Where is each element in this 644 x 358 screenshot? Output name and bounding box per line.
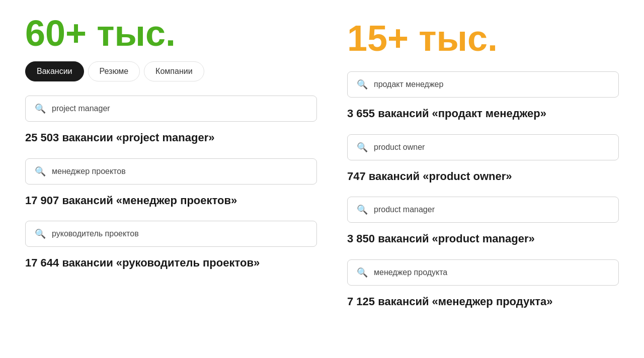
left-result-text-2: 17 907 вакансий «менеджер проектов»: [25, 194, 317, 208]
left-search-text-2: менеджер проектов: [52, 167, 126, 176]
right-search-row-2: 🔍 product owner 747 вакансий «product ow…: [347, 134, 619, 195]
right-panel: 15+ тыс. 🔍 продакт менеджер 3 655 ваканс…: [347, 15, 619, 343]
right-big-number: 15+ тыс.: [347, 20, 619, 56]
right-search-row-1: 🔍 продакт менеджер 3 655 вакансий «прода…: [347, 71, 619, 132]
search-icon-1: 🔍: [35, 103, 46, 114]
right-result-text-3: 3 850 вакансий «product manager»: [347, 232, 619, 246]
search-icon-r1: 🔍: [357, 79, 368, 90]
main-container: 60+ тыс. Вакансии Резюме Компании 🔍 proj…: [0, 0, 644, 358]
right-search-row-3: 🔍 product manager 3 850 вакансий «produc…: [347, 197, 619, 257]
right-search-text-3: product manager: [374, 205, 435, 214]
search-icon-3: 🔍: [35, 228, 46, 239]
search-icon-2: 🔍: [35, 166, 46, 177]
search-icon-r2: 🔍: [357, 142, 368, 153]
right-search-box-4[interactable]: 🔍 менеджер продукта: [347, 259, 619, 286]
left-result-text-1: 25 503 вакансии «project manager»: [25, 131, 317, 145]
right-result-text-4: 7 125 вакансий «менеджер продукта»: [347, 295, 619, 309]
search-icon-r4: 🔍: [357, 267, 368, 278]
right-search-box-3[interactable]: 🔍 product manager: [347, 197, 619, 223]
right-search-box-2[interactable]: 🔍 product owner: [347, 134, 619, 160]
left-search-box-3[interactable]: 🔍 руководитель проектов: [25, 221, 317, 247]
right-result-text-2: 747 вакансий «product owner»: [347, 169, 619, 184]
tab-vacancies[interactable]: Вакансии: [25, 61, 84, 81]
left-search-row-1: 🔍 project manager 25 503 вакансии «proje…: [25, 96, 317, 156]
right-search-row-4: 🔍 менеджер продукта 7 125 вакансий «мене…: [347, 259, 619, 320]
right-search-box-1[interactable]: 🔍 продакт менеджер: [347, 71, 619, 98]
left-search-text-1: project manager: [52, 104, 110, 113]
right-search-text-4: менеджер продукта: [374, 268, 447, 277]
tabs-container: Вакансии Резюме Компании: [25, 61, 317, 81]
right-search-text-1: продакт менеджер: [374, 80, 443, 89]
left-search-row-3: 🔍 руководитель проектов 17 644 вакансии …: [25, 221, 317, 282]
tab-companies[interactable]: Компании: [144, 61, 204, 81]
right-result-text-1: 3 655 вакансий «продакт менеджер»: [347, 107, 619, 121]
left-big-number: 60+ тыс.: [25, 15, 317, 51]
right-search-text-2: product owner: [374, 143, 425, 152]
left-result-text-3: 17 644 вакансии «руководитель проектов»: [25, 256, 317, 271]
search-icon-r3: 🔍: [357, 204, 368, 215]
tab-resume[interactable]: Резюме: [88, 61, 140, 81]
left-panel: 60+ тыс. Вакансии Резюме Компании 🔍 proj…: [25, 15, 317, 343]
left-search-box-2[interactable]: 🔍 менеджер проектов: [25, 158, 317, 185]
left-search-text-3: руководитель проектов: [52, 229, 139, 238]
left-search-box-1[interactable]: 🔍 project manager: [25, 96, 317, 122]
left-search-row-2: 🔍 менеджер проектов 17 907 вакансий «мен…: [25, 158, 317, 219]
